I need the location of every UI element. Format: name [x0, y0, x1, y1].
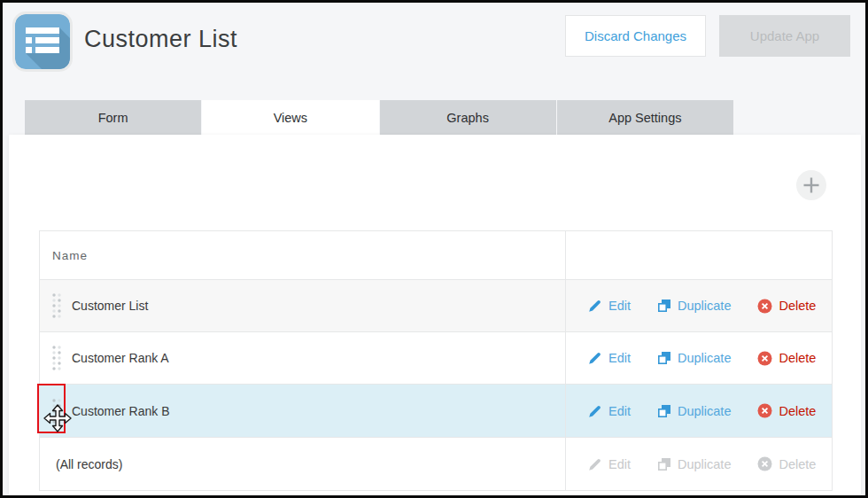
drag-dots-icon	[50, 345, 63, 371]
duplicate-button[interactable]: Duplicate	[657, 299, 731, 313]
drag-handle[interactable]	[50, 345, 65, 371]
pencil-icon	[588, 299, 602, 313]
discard-changes-button[interactable]: Discard Changes	[565, 15, 706, 57]
tab-graphs[interactable]: Graphs	[380, 100, 556, 135]
delete-x-icon	[757, 299, 772, 314]
delete-button[interactable]: Delete	[757, 403, 816, 418]
list-app-icon	[15, 14, 70, 69]
views-panel: Name Customer List	[9, 135, 861, 495]
duplicate-icon	[657, 299, 671, 313]
view-name: (All records)	[56, 457, 122, 471]
pencil-icon	[588, 457, 602, 471]
duplicate-icon	[657, 404, 671, 418]
edit-button[interactable]: Edit	[588, 404, 631, 418]
add-view-button[interactable]	[796, 170, 826, 200]
drag-handle[interactable]	[50, 398, 65, 424]
edit-button-disabled: Edit	[588, 457, 631, 471]
duplicate-button-disabled: Duplicate	[657, 457, 731, 471]
duplicate-icon	[657, 457, 671, 471]
view-row-customer-rank-b: Customer Rank B Edit Duplicate Delete	[40, 384, 832, 437]
duplicate-button[interactable]: Duplicate	[657, 404, 731, 418]
delete-button[interactable]: Delete	[757, 299, 816, 314]
views-table: Name Customer List	[39, 230, 833, 491]
update-app-button[interactable]: Update App	[719, 15, 850, 57]
tab-app-settings[interactable]: App Settings	[557, 100, 733, 135]
delete-x-icon	[757, 351, 772, 366]
pencil-icon	[588, 351, 602, 365]
delete-x-icon	[757, 403, 772, 418]
drag-dots-icon	[50, 292, 63, 319]
drag-handle[interactable]	[50, 292, 65, 319]
actions-column-header	[566, 231, 832, 279]
view-name: Customer Rank A	[72, 351, 169, 365]
plus-icon	[802, 176, 820, 194]
tab-views[interactable]: Views	[202, 100, 378, 135]
drag-dots-icon	[50, 398, 63, 424]
pencil-icon	[588, 404, 602, 418]
view-row-customer-list: Customer List Edit Duplicate Delete	[40, 279, 832, 331]
duplicate-icon	[657, 351, 671, 365]
screenshot-frame: Customer List Discard Changes Update App…	[0, 0, 868, 498]
app-icon	[12, 12, 73, 72]
tab-form[interactable]: Form	[25, 100, 201, 135]
view-row-customer-rank-a: Customer Rank A Edit Duplicate Delete	[40, 331, 832, 384]
view-row-all-records: (All records) Edit Duplicate Delete	[40, 437, 832, 490]
page-title: Customer List	[84, 26, 237, 53]
delete-x-icon	[757, 456, 772, 471]
edit-button[interactable]: Edit	[588, 351, 631, 365]
view-name: Customer Rank B	[72, 404, 169, 418]
name-column-header: Name	[40, 231, 566, 279]
kintone-app-settings-page: Customer List Discard Changes Update App…	[3, 3, 865, 495]
table-header-row: Name	[40, 231, 832, 279]
delete-button-disabled: Delete	[757, 456, 816, 471]
settings-tab-bar: Form Views Graphs App Settings	[25, 100, 733, 135]
delete-button[interactable]: Delete	[757, 351, 816, 366]
duplicate-button[interactable]: Duplicate	[657, 351, 731, 365]
edit-button[interactable]: Edit	[588, 299, 631, 313]
view-name: Customer List	[72, 299, 148, 313]
